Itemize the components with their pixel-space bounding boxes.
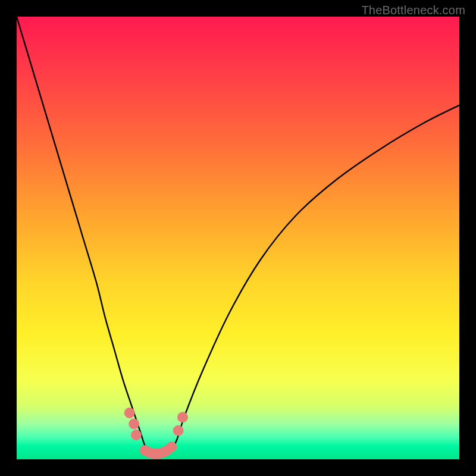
curve-markers <box>124 408 187 458</box>
curve-marker <box>167 442 177 452</box>
curve-marker <box>173 425 183 436</box>
watermark-text: TheBottleneck.com <box>361 4 465 17</box>
curve-marker <box>131 430 141 440</box>
curve-marker <box>178 412 188 422</box>
curve-marker <box>129 419 139 429</box>
curve-marker <box>124 408 134 418</box>
curve-overlay-svg <box>17 17 459 459</box>
plot-area <box>17 17 459 459</box>
bottleneck-curve <box>17 17 459 455</box>
